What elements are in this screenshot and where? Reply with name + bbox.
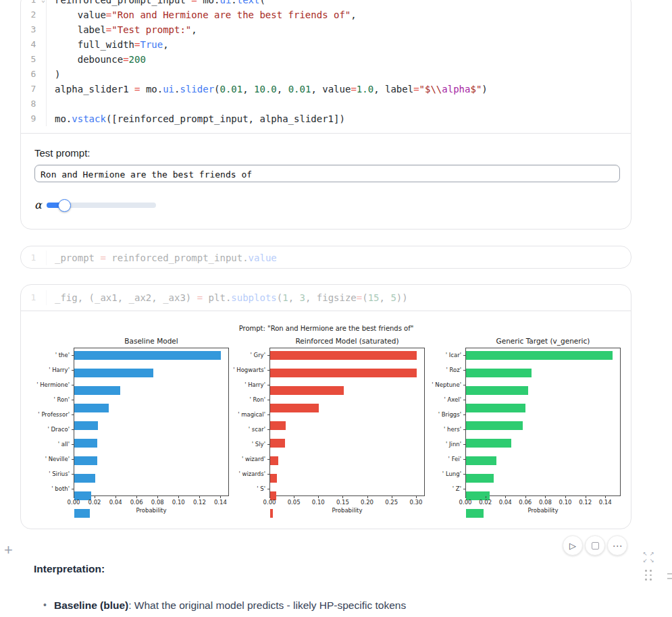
expand-output-icon[interactable]: ↖↗↙↘ <box>642 551 655 564</box>
subplot: Generic Target (v_generic)' Icar'' Roz''… <box>428 337 623 515</box>
code-text: value="Ron and Hermione are the best fri… <box>47 7 357 22</box>
bar <box>466 509 484 518</box>
code-text: _fig, (_ax1, _ax2, _ax3) = plt.subplots(… <box>47 290 408 305</box>
code-line: 9mo.vstack([reinforced_prompt_input, alp… <box>21 111 631 126</box>
more-actions-button[interactable]: ⋯ <box>607 535 627 556</box>
bar <box>74 351 221 360</box>
y-tick-label: ' Neville' <box>36 452 74 466</box>
test-prompt-label: Test prompt: <box>34 147 617 159</box>
add-cell-button[interactable]: + <box>4 543 13 558</box>
code-text: alpha_slider1 = mo.ui.slider(0.01, 10.0,… <box>47 82 488 97</box>
code-text: mo.vstack([reinforced_prompt_input, alph… <box>47 111 345 126</box>
y-tick-label: ' Fei' <box>428 452 465 466</box>
alpha-slider-thumb[interactable] <box>58 199 71 212</box>
line-number: 1⌄ <box>21 0 47 7</box>
cell-hover-controls: ↖↗↙↘ <box>642 551 655 581</box>
x-tick-label: 0.14 <box>599 499 612 506</box>
bullet-icon: • <box>43 599 54 612</box>
plot-area <box>74 348 229 496</box>
fold-chevron-icon[interactable]: ⌄ <box>41 0 45 7</box>
bar <box>74 509 90 518</box>
x-tick-label: 0.02 <box>88 499 101 506</box>
bar <box>466 421 523 430</box>
code-cell-figure: 1_fig, (_ax1, _ax2, _ax3) = plt.subplots… <box>20 284 631 529</box>
bar <box>270 474 277 483</box>
drag-handle-icon[interactable] <box>645 570 652 581</box>
code-text <box>47 97 55 111</box>
x-tick-label: 0.06 <box>519 499 532 506</box>
line-number: 7 <box>21 82 47 97</box>
play-icon: ▷ <box>569 541 576 550</box>
bar <box>466 369 532 377</box>
x-tick-label: 0.04 <box>499 499 512 506</box>
y-tick-label: ' the' <box>36 348 74 363</box>
line-number: 9 <box>21 111 47 126</box>
y-tick-label: ' Axel' <box>428 392 465 407</box>
code-line: 7alpha_slider1 = mo.ui.slider(0.01, 10.0… <box>21 82 631 97</box>
cell-run-controls: ▷ ⋯ <box>563 535 627 556</box>
run-cell-button[interactable]: ▷ <box>563 535 583 556</box>
bar <box>270 404 319 412</box>
subplot-title: Reinforced Model (saturated) <box>269 337 425 346</box>
line-number: 6 <box>21 67 47 82</box>
bar <box>74 404 109 412</box>
y-tick-label: ' Ron' <box>36 392 74 407</box>
x-tick-label: 0.10 <box>559 499 572 506</box>
x-tick-label: 0.12 <box>579 499 592 506</box>
y-tick-label: ' hers' <box>428 422 465 437</box>
bar <box>466 386 528 395</box>
bar <box>74 369 153 377</box>
code-line: 1_fig, (_ax1, _ax2, _ax3) = plt.subplots… <box>21 290 631 305</box>
ellipsis-icon: ⋯ <box>613 541 623 551</box>
bar <box>466 404 525 412</box>
x-tick-label: 0.00 <box>263 499 276 506</box>
interpretation-bullet: • Baseline (blue): What the original mod… <box>34 599 534 612</box>
code-editor[interactable]: 1_fig, (_ax1, _ax2, _ax3) = plt.subplots… <box>21 285 631 311</box>
code-text: _prompt = reinforced_prompt_input.value <box>47 250 277 265</box>
code-cell-prompt-var: 1_prompt = reinforced_prompt_input.value <box>20 246 631 269</box>
y-tick-label: ' Harry' <box>36 363 74 377</box>
x-tick-label: 0.02 <box>479 499 492 506</box>
x-tick-label: 0.06 <box>130 499 143 506</box>
y-tick-label: ' Professor' <box>36 407 74 422</box>
y-tick-label: ' Briggs' <box>428 407 465 422</box>
code-line: 2 value="Ron and Hermione are the best f… <box>21 7 631 22</box>
y-tick-label: ' Roz' <box>428 363 465 377</box>
test-prompt-input[interactable] <box>34 165 620 182</box>
x-tick-label: 0.15 <box>336 499 349 506</box>
alpha-slider[interactable] <box>47 203 156 208</box>
code-editor[interactable]: 1⌄reinforced_prompt_input = mo.ui.text(2… <box>21 0 631 133</box>
x-tick-label: 0.20 <box>361 499 373 506</box>
bar <box>270 439 285 448</box>
code-text: ) <box>47 67 60 82</box>
y-tick-label: ' Hogwarts' <box>232 363 269 377</box>
code-text: reinforced_prompt_input = mo.ui.text( <box>47 0 265 7</box>
x-tick-label: 0.10 <box>172 499 185 506</box>
bar <box>466 351 613 360</box>
y-tick-label: ' all' <box>36 437 74 452</box>
clipped-edge-element <box>667 573 672 583</box>
bullet-text: Baseline (blue): What the original model… <box>54 599 406 612</box>
stop-icon <box>592 542 599 549</box>
x-tick-label: 0.08 <box>539 499 552 506</box>
bar <box>74 474 95 483</box>
markdown-output: Interpretation: • Baseline (blue): What … <box>34 563 534 612</box>
y-tick-label: ' Harry' <box>232 377 269 392</box>
alpha-slider-row: α <box>34 198 617 211</box>
y-tick-label: ' Hermione' <box>36 377 74 392</box>
stop-cell-button[interactable] <box>585 535 605 556</box>
y-tick-label: ' S' <box>232 481 269 496</box>
y-tick-label: ' Z' <box>428 481 465 496</box>
bar <box>270 421 286 430</box>
y-tick-label: ' Neptune' <box>428 377 465 392</box>
bar <box>74 456 97 465</box>
code-cell-prompt-widgets: 1⌄reinforced_prompt_input = mo.ui.text(2… <box>20 0 631 230</box>
subplot-title: Generic Target (v_generic) <box>465 337 621 346</box>
y-tick-label: ' wizards' <box>232 466 269 481</box>
x-tick-label: 0.10 <box>312 499 325 506</box>
code-editor[interactable]: 1_prompt = reinforced_prompt_input.value <box>21 246 631 269</box>
bar <box>74 386 120 395</box>
y-tick-label: ' both' <box>36 481 74 496</box>
code-text: full_width=True, <box>47 37 169 52</box>
code-text: label="Test prompt:", <box>47 22 197 37</box>
